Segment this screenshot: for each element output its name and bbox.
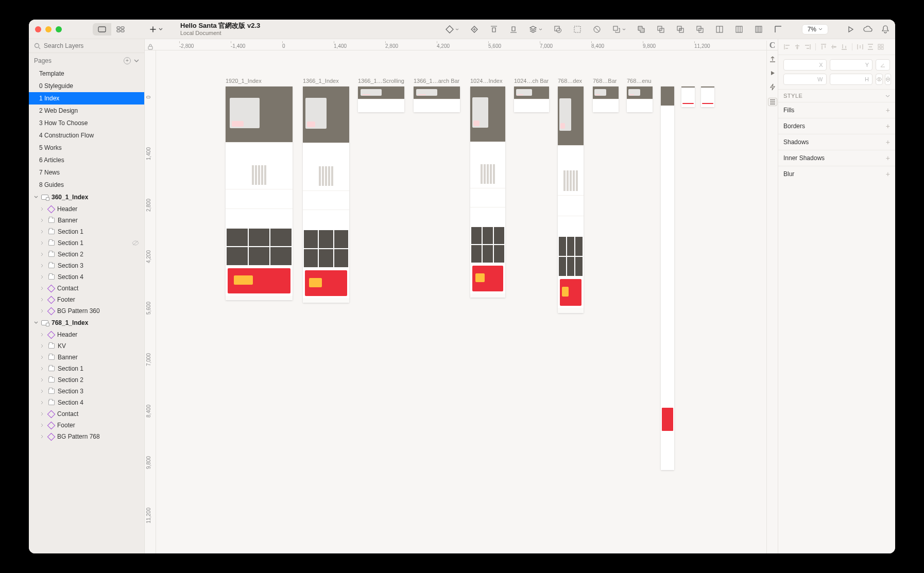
canvas-artboard[interactable]: 768…enu: [627, 86, 653, 107]
components-view-button[interactable]: [111, 23, 130, 36]
page-item[interactable]: 4 Construction Flow: [29, 129, 144, 142]
page-item[interactable]: 6 Articles: [29, 154, 144, 166]
canvas-artboard[interactable]: 768…Bar: [593, 86, 619, 107]
flip-v-button[interactable]: [885, 74, 891, 85]
align-top-icon[interactable]: [820, 43, 827, 50]
layer-item[interactable]: Section 1: [29, 363, 144, 374]
artboard-label[interactable]: 1366_1…Scrolling: [358, 78, 404, 84]
layer-item[interactable]: Section 1: [29, 226, 144, 237]
align-right-icon[interactable]: [804, 43, 811, 50]
artboard-label[interactable]: 1024…Index: [470, 78, 502, 84]
pos-x-field[interactable]: X: [783, 59, 827, 71]
page-item[interactable]: 1 Index: [29, 92, 144, 105]
canvas-artboard[interactable]: 1024…Index: [470, 86, 505, 298]
add-page-button[interactable]: +: [124, 57, 131, 64]
bell-icon[interactable]: [882, 25, 889, 33]
page-item[interactable]: 0 Styleguide: [29, 80, 144, 92]
layer-item[interactable]: KV: [29, 340, 144, 352]
zoom-select[interactable]: 7%: [802, 24, 828, 34]
zoom-window[interactable]: [56, 26, 62, 32]
layer-item[interactable]: BG Pattern 360: [29, 305, 144, 317]
search-input[interactable]: [44, 42, 139, 49]
artboard-item[interactable]: 360_1_Index: [29, 191, 144, 203]
page-item[interactable]: 5 Works: [29, 142, 144, 154]
layer-item[interactable]: Section 3: [29, 386, 144, 397]
canvas-artboard[interactable]: 1024…ch Bar: [514, 86, 549, 107]
layout-grid-icon[interactable]: [755, 25, 763, 33]
layer-search[interactable]: [29, 39, 144, 53]
canvas[interactable]: 1920_1_Index1366_1_Index1366_1…Scrolling…: [156, 50, 766, 553]
add-style-button[interactable]: +: [886, 154, 890, 162]
add-style-button[interactable]: +: [886, 138, 890, 146]
hidden-icon[interactable]: [132, 240, 139, 246]
play-prototype-icon[interactable]: [769, 70, 776, 76]
layer-item[interactable]: Section 2: [29, 249, 144, 260]
bolt-icon[interactable]: [769, 83, 776, 91]
angle-button[interactable]: [876, 59, 890, 71]
cloud-icon[interactable]: [863, 26, 872, 33]
layer-item[interactable]: Section 1: [29, 237, 144, 249]
page-item[interactable]: 2 Web Design: [29, 105, 144, 117]
chevron-down-icon[interactable]: [885, 95, 890, 97]
canvas-view-button[interactable]: [93, 23, 111, 36]
page-item[interactable]: Template: [29, 67, 144, 80]
flatten-icon[interactable]: [593, 25, 601, 33]
intersect-icon[interactable]: [676, 25, 685, 33]
layer-item[interactable]: Contact: [29, 283, 144, 294]
inspector-section[interactable]: Borders+: [778, 118, 895, 134]
layer-item[interactable]: Section 4: [29, 271, 144, 283]
resize-tool[interactable]: [612, 25, 626, 33]
layout-split-icon[interactable]: [735, 25, 743, 33]
artboard-label[interactable]: 1366_1_Index: [303, 78, 339, 84]
canvas-artboard[interactable]: [661, 86, 674, 470]
size-w-field[interactable]: W: [783, 74, 827, 85]
flip-h-button[interactable]: [876, 74, 883, 85]
list-icon[interactable]: [768, 98, 777, 106]
artboard-item[interactable]: 768_1_Index: [29, 317, 144, 329]
layer-item[interactable]: Header: [29, 329, 144, 340]
layer-item[interactable]: Section 3: [29, 260, 144, 271]
layer-item[interactable]: Banner: [29, 215, 144, 226]
lock-icon[interactable]: [145, 44, 156, 50]
artboard-label[interactable]: 1024…ch Bar: [514, 78, 549, 84]
align-bottom-icon[interactable]: [509, 25, 518, 33]
pos-y-field[interactable]: Y: [830, 59, 873, 71]
layer-item[interactable]: BG Pattern 768: [29, 431, 144, 442]
tidy-icon[interactable]: [877, 43, 884, 50]
align-top-icon[interactable]: [490, 25, 498, 33]
mask-icon[interactable]: [554, 25, 562, 33]
add-style-button[interactable]: +: [886, 106, 890, 114]
symbol-tool[interactable]: [446, 25, 459, 33]
layers-tool[interactable]: [529, 25, 542, 33]
size-h-field[interactable]: H: [830, 74, 873, 85]
ruler-icon[interactable]: [774, 25, 782, 33]
inspector-section[interactable]: Fills+: [778, 102, 895, 118]
artboard-label[interactable]: 768…enu: [627, 78, 652, 84]
chevron-down-icon[interactable]: [134, 59, 139, 62]
canvas-artboard[interactable]: 1366_1_Index: [303, 86, 349, 303]
page-item[interactable]: 8 Guides: [29, 179, 144, 191]
distribute-h-icon[interactable]: [857, 43, 864, 50]
close-window[interactable]: [35, 26, 41, 32]
layout-col-icon[interactable]: [715, 25, 724, 33]
add-style-button[interactable]: +: [886, 170, 890, 178]
layer-item[interactable]: Banner: [29, 352, 144, 363]
outline-icon[interactable]: [573, 25, 581, 33]
canvas-artboard[interactable]: 768…dex: [558, 86, 584, 313]
play-icon[interactable]: [847, 26, 854, 33]
align-left-icon[interactable]: [783, 43, 791, 50]
difference-icon[interactable]: [696, 25, 704, 33]
align-bottom-icon[interactable]: [841, 43, 848, 50]
canvas-artboard[interactable]: 1366_1…Scrolling: [358, 86, 404, 112]
subtract-icon[interactable]: [657, 25, 665, 33]
canvas-artboard[interactable]: [701, 86, 714, 107]
inspector-section[interactable]: Shadows+: [778, 134, 895, 150]
add-style-button[interactable]: +: [886, 122, 890, 130]
inspector-section[interactable]: Blur+: [778, 166, 895, 182]
canvas-artboard[interactable]: 1366_1…arch Bar: [414, 86, 460, 112]
artboard-label[interactable]: 1366_1…arch Bar: [414, 78, 459, 84]
layer-item[interactable]: Section 4: [29, 397, 144, 408]
artboard-label[interactable]: 768…Bar: [593, 78, 617, 84]
canvas-artboard[interactable]: [681, 86, 695, 107]
page-item[interactable]: 7 News: [29, 166, 144, 179]
